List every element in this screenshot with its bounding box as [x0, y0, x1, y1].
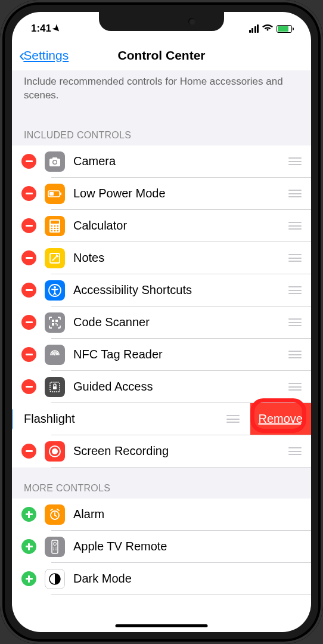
svg-rect-3: [60, 192, 61, 195]
remove-button[interactable]: [21, 250, 36, 265]
appletv-icon: [45, 537, 65, 557]
drag-handle[interactable]: [288, 254, 302, 262]
row-label: Screen Recording: [73, 444, 288, 458]
row-nfc[interactable]: NFC Tag Reader: [12, 339, 311, 371]
svg-point-31: [53, 547, 54, 549]
add-button[interactable]: [21, 571, 36, 586]
row-lowpower[interactable]: Low Power Mode: [12, 178, 311, 210]
svg-rect-2: [49, 192, 54, 196]
svg-point-0: [54, 160, 57, 163]
row-flashlight[interactable]: Flashlight Remove: [12, 403, 311, 435]
codescanner-icon: [45, 312, 65, 333]
drag-handle[interactable]: [288, 286, 302, 294]
add-button[interactable]: [21, 539, 36, 554]
alarm-icon: [45, 504, 65, 525]
remove-button[interactable]: [21, 444, 36, 459]
svg-rect-5: [51, 221, 59, 224]
svg-point-10: [54, 228, 56, 230]
included-header: INCLUDED CONTROLS: [12, 111, 311, 145]
row-label: Alarm: [73, 507, 302, 521]
row-label: Apple TV Remote: [73, 540, 302, 553]
lowpower-icon: [45, 184, 65, 204]
svg-point-17: [54, 286, 56, 289]
row-notes[interactable]: Notes: [12, 242, 311, 274]
svg-point-14: [57, 230, 59, 232]
remove-confirm-button[interactable]: Remove: [250, 403, 311, 435]
drag-handle[interactable]: [288, 190, 302, 197]
remove-button[interactable]: [21, 186, 36, 201]
drag-handle[interactable]: [288, 157, 302, 165]
drag-handle[interactable]: [288, 222, 302, 230]
included-list: Camera Low Power Mode Calcul: [12, 145, 311, 467]
svg-point-11: [57, 228, 59, 230]
svg-rect-21: [55, 323, 57, 324]
drag-handle[interactable]: [226, 415, 240, 423]
svg-point-32: [55, 547, 57, 549]
svg-point-6: [51, 225, 53, 227]
svg-rect-19: [55, 320, 58, 322]
svg-rect-25: [53, 386, 57, 389]
calculator-icon: [45, 216, 65, 236]
row-label: NFC Tag Reader: [73, 348, 288, 361]
row-camera[interactable]: Camera: [12, 145, 311, 178]
screenrec-icon: [45, 441, 65, 462]
row-label: Calculator: [73, 219, 288, 233]
guided-icon: [45, 377, 65, 397]
phone-frame: 1:41 ➤ ‹ Settings Control Center: [0, 0, 323, 644]
screen: 1:41 ➤ ‹ Settings Control Center: [12, 12, 311, 632]
remove-button[interactable]: [21, 379, 36, 394]
svg-point-34: [55, 549, 57, 550]
svg-point-9: [51, 228, 53, 230]
row-calculator[interactable]: Calculator: [12, 210, 311, 242]
notes-icon: [45, 248, 65, 268]
page-title: Control Center: [118, 48, 206, 63]
add-button[interactable]: [21, 507, 36, 522]
remove-button[interactable]: [21, 347, 36, 362]
more-list: Alarm Apple TV Remote Dark Mode: [12, 499, 311, 595]
row-darkmode[interactable]: Dark Mode: [12, 563, 311, 595]
svg-rect-20: [52, 323, 54, 326]
accessibility-icon: [45, 280, 65, 301]
selection-indicator: [12, 408, 13, 430]
row-label: Flashlight: [24, 412, 226, 426]
remove-button[interactable]: [21, 315, 36, 330]
cellular-signal-icon: [249, 24, 259, 33]
more-header: MORE CONTROLS: [12, 467, 311, 499]
location-icon: ➤: [51, 22, 64, 35]
nfc-icon: [45, 345, 65, 365]
row-screenrec[interactable]: Screen Recording: [12, 435, 311, 467]
remove-button[interactable]: [21, 218, 36, 233]
row-label: Camera: [73, 154, 288, 168]
svg-rect-18: [52, 320, 54, 322]
back-label: Settings: [23, 48, 69, 63]
row-accessibility[interactable]: Accessibility Shortcuts: [12, 274, 311, 306]
row-appletv[interactable]: Apple TV Remote: [12, 531, 311, 563]
nav-bar: ‹ Settings Control Center: [12, 41, 311, 70]
drag-handle[interactable]: [288, 318, 302, 326]
home-indicator[interactable]: [116, 624, 208, 627]
back-button[interactable]: ‹ Settings: [19, 46, 69, 65]
drag-handle[interactable]: [288, 383, 302, 391]
status-time: 1:41: [31, 23, 51, 35]
svg-point-30: [54, 542, 57, 545]
section-description: Include recommended controls for Home ac…: [12, 70, 311, 111]
row-alarm[interactable]: Alarm: [12, 499, 311, 531]
svg-point-33: [53, 549, 54, 550]
remove-button[interactable]: [21, 283, 36, 298]
row-label: Notes: [73, 251, 288, 265]
content-area: ‹ Settings Control Center Include recomm…: [12, 41, 311, 632]
row-label: Dark Mode: [73, 572, 302, 586]
remove-button[interactable]: [21, 154, 36, 169]
drag-handle[interactable]: [288, 351, 302, 358]
svg-point-12: [51, 230, 53, 232]
svg-point-27: [52, 448, 58, 454]
row-guided[interactable]: Guided Access: [12, 371, 311, 403]
svg-point-7: [54, 225, 56, 227]
status-time-area: 1:41 ➤: [31, 23, 61, 35]
drag-handle[interactable]: [288, 447, 302, 455]
svg-point-8: [57, 225, 59, 227]
camera-icon: [45, 151, 65, 172]
row-label: Code Scanner: [73, 315, 288, 329]
row-label: Accessibility Shortcuts: [73, 283, 288, 297]
row-codescanner[interactable]: Code Scanner: [12, 306, 311, 339]
